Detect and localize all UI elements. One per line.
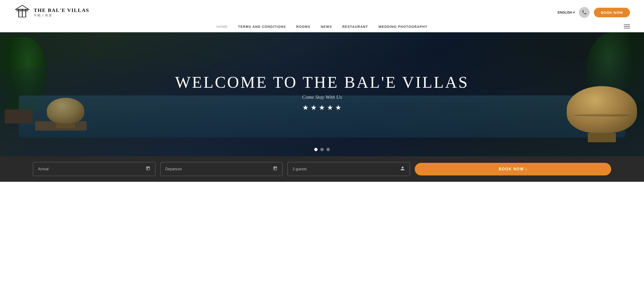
- hero-subtitle: Come Stay With Us: [175, 94, 469, 100]
- chevron-down-icon: ▾: [573, 10, 575, 14]
- hero-stars: ★ ★ ★ ★ ★: [175, 103, 469, 112]
- star-3: ★: [319, 103, 325, 112]
- phone-button[interactable]: [579, 7, 590, 18]
- seating-left: [5, 109, 33, 123]
- star-2: ★: [310, 103, 317, 112]
- departure-label: Departure: [165, 167, 182, 171]
- carousel-dot-2[interactable]: [320, 148, 324, 151]
- header: The Bal'e Villas 午眠丨坝里 ENGLISH ▾ BOOK NO…: [0, 0, 644, 20]
- logo-text-block: The Bal'e Villas 午眠丨坝里: [34, 7, 89, 17]
- departure-field[interactable]: Departure: [160, 162, 283, 176]
- main-nav: HOME TERMS AND CONDITIONS ROOMS NEWS RES…: [0, 20, 644, 32]
- nav-item-terms[interactable]: TERMS AND CONDITIONS: [238, 25, 286, 28]
- arrival-field[interactable]: Arrival: [33, 162, 156, 176]
- hero-title: WELCOME TO THE BAL'E VILLAS: [175, 73, 469, 92]
- star-1: ★: [302, 103, 309, 112]
- guests-label: 2 guests: [292, 167, 306, 171]
- hamburger-menu[interactable]: [624, 24, 630, 28]
- nav-item-restaurant[interactable]: RESTAURANT: [342, 25, 368, 28]
- language-button[interactable]: ENGLISH ▾: [558, 10, 575, 14]
- star-4: ★: [327, 103, 333, 112]
- hero-section: WELCOME TO THE BAL'E VILLAS Come Stay Wi…: [0, 32, 644, 156]
- hero-carousel-dots: [314, 148, 330, 151]
- logo-icon: [14, 4, 30, 20]
- nav-item-home[interactable]: HOME: [216, 25, 228, 28]
- urn-left: [47, 98, 84, 128]
- guests-field[interactable]: 2 guests: [287, 162, 410, 176]
- logo-main-text: The Bal'e Villas: [34, 7, 89, 13]
- arrival-calendar-icon: [146, 166, 150, 172]
- carousel-dot-3[interactable]: [326, 148, 330, 151]
- book-now-bar-button[interactable]: BOOK NOW ›: [415, 163, 611, 175]
- booking-bar: Arrival Departure 2 guests BOOK NOW ›: [0, 156, 644, 182]
- star-5: ★: [335, 103, 342, 112]
- carousel-dot-1[interactable]: [314, 148, 318, 151]
- nav-item-rooms[interactable]: ROOMS: [296, 25, 310, 28]
- header-right: ENGLISH ▾ BOOK NOW: [558, 7, 630, 18]
- arrival-label: Arrival: [38, 167, 48, 171]
- book-now-header-button[interactable]: BOOK NOW: [594, 8, 630, 17]
- nav-item-news[interactable]: NEWS: [320, 25, 332, 28]
- guests-icon: [400, 166, 405, 172]
- logo-sub-text: 午眠丨坝里: [34, 13, 89, 17]
- hero-content: WELCOME TO THE BAL'E VILLAS Come Stay Wi…: [175, 73, 469, 112]
- nav-item-wedding[interactable]: WEDDING PHOTOGRAPHY: [378, 25, 428, 28]
- urn-right: [567, 86, 637, 142]
- phone-icon: [582, 10, 587, 15]
- departure-calendar-icon: [273, 166, 278, 172]
- logo-area: The Bal'e Villas 午眠丨坝里: [14, 4, 89, 20]
